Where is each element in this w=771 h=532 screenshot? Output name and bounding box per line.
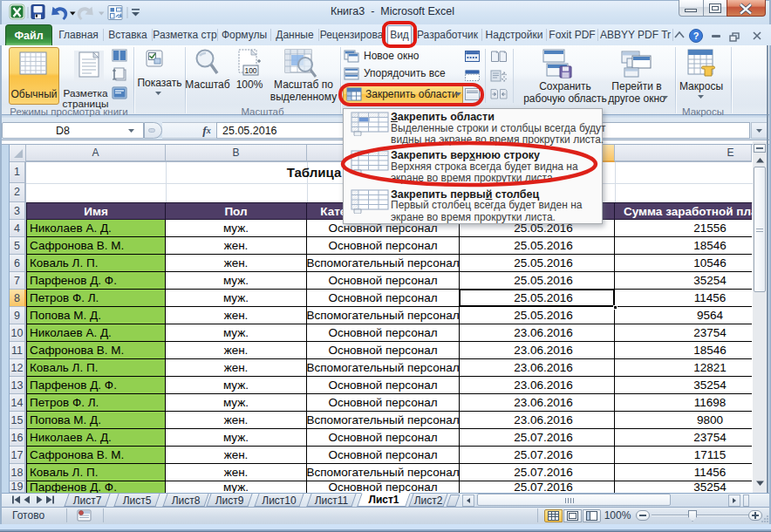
svg-text:100: 100 — [244, 66, 256, 75]
svg-text:?: ? — [693, 31, 699, 41]
